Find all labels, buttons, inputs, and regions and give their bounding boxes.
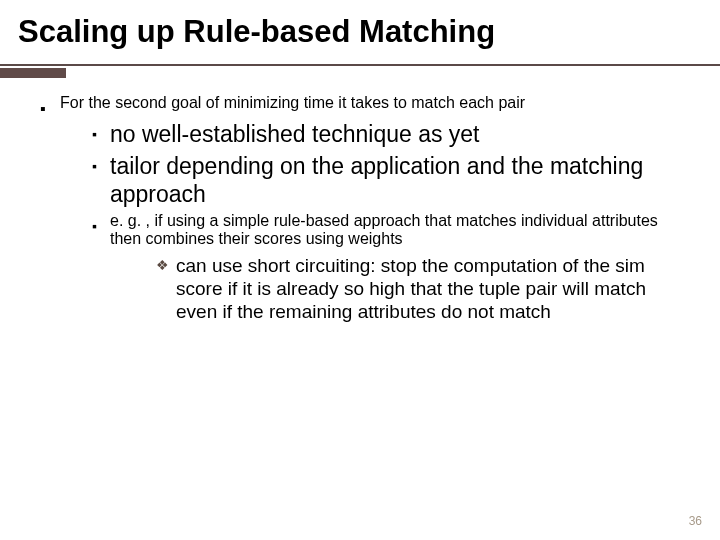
list-item-text: no well-established technique as yet	[110, 120, 480, 148]
square-bullet-icon: ▪	[92, 212, 110, 327]
list-item: ❖ can use short circuiting: stop the com…	[156, 254, 690, 323]
list-item-text: can use short circuiting: stop the compu…	[176, 254, 690, 323]
title-rule	[0, 58, 720, 76]
square-bullet-icon: ▪	[40, 94, 60, 331]
level3-list: ❖ can use short circuiting: stop the com…	[110, 254, 690, 323]
list-item: ▪ tailor depending on the application an…	[92, 152, 690, 208]
slide-title: Scaling up Rule-based Matching	[0, 0, 720, 58]
page-number: 36	[689, 514, 702, 528]
rule-accent	[0, 68, 66, 78]
list-item-text: For the second goal of minimizing time i…	[60, 94, 525, 111]
list-item: ▪ For the second goal of minimizing time…	[40, 94, 690, 331]
slide: Scaling up Rule-based Matching ▪ For the…	[0, 0, 720, 540]
list-item: ▪ e. g. , if using a simple rule-based a…	[92, 212, 690, 327]
rule-line	[0, 64, 720, 66]
list-item-text: e. g. , if using a simple rule-based app…	[110, 212, 658, 247]
content-area: ▪ For the second goal of minimizing time…	[0, 76, 720, 331]
list-item-text: tailor depending on the application and …	[110, 152, 690, 208]
level1-list: ▪ For the second goal of minimizing time…	[40, 94, 690, 331]
list-item: ▪ no well-established technique as yet	[92, 120, 690, 148]
level2-list: ▪ no well-established technique as yet ▪…	[60, 120, 690, 327]
square-bullet-icon: ▪	[92, 120, 110, 148]
square-bullet-icon: ▪	[92, 152, 110, 208]
diamond-bullet-icon: ❖	[156, 254, 176, 323]
